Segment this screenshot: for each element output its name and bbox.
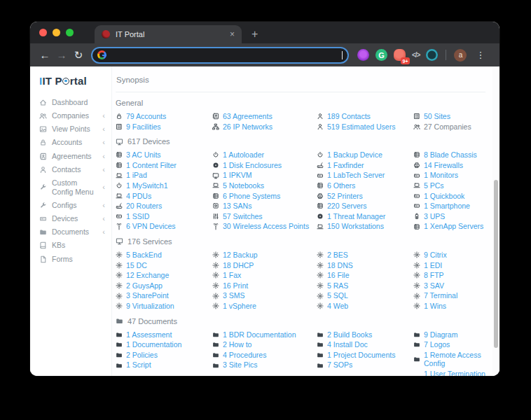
switches-link[interactable]: 57 Switches <box>223 212 263 221</box>
facilities-link[interactable]: 9 Facilities <box>126 122 161 132</box>
sidebar-item-companies[interactable]: Companies‹ <box>30 109 111 122</box>
sidebar-item-view-points[interactable]: View Points‹ <box>30 122 111 136</box>
servers-link[interactable]: 220 Servers <box>327 202 367 211</box>
ftp-link[interactable]: 8 FTP <box>424 271 444 280</box>
sql-link[interactable]: 5 SQL <box>327 291 348 300</box>
dc-link[interactable]: 15 DC <box>126 261 147 270</box>
sans-link[interactable]: 13 SANs <box>223 202 251 211</box>
monitors-link[interactable]: 1 Monitors <box>424 171 458 180</box>
install-doc-link[interactable]: 4 Install Doc <box>327 340 368 349</box>
vsphere-link[interactable]: 1 vSphere <box>223 302 256 311</box>
sidebar-item-documents[interactable]: Documents‹ <box>30 225 111 239</box>
others-link[interactable]: 6 Others <box>327 181 355 190</box>
sms-link[interactable]: 3 SMS <box>223 291 245 300</box>
user-termination-guide-link[interactable]: 1 User Termination Guide <box>424 370 485 376</box>
printers-link[interactable]: 52 Printers <box>327 192 363 201</box>
project-documents-link[interactable]: 1 Project Documents <box>327 351 395 360</box>
close-window-button[interactable] <box>39 29 47 36</box>
smartphone-link[interactable]: 1 Smartphone <box>424 202 470 211</box>
tab-close-icon[interactable]: × <box>230 30 235 38</box>
sidebar-item-dashboard[interactable]: Dashboard <box>30 96 111 109</box>
exchange-link[interactable]: 12 Exchange <box>126 271 169 280</box>
file-link[interactable]: 16 File <box>327 271 350 280</box>
sidebar-item-accounts[interactable]: Accounts‹ <box>30 136 111 149</box>
it-portal-logo[interactable]: IIT Prtal <box>30 70 111 96</box>
content-filter-link[interactable]: 1 Content Filter <box>126 161 177 170</box>
labtech-server-link[interactable]: 1 LabTech Server <box>327 171 385 180</box>
diagram-link[interactable]: 9 Diagram <box>424 330 457 340</box>
sites-link[interactable]: 50 Sites <box>424 112 450 121</box>
grammarly-extension-icon[interactable]: G <box>375 49 387 61</box>
pcs-link[interactable]: 5 PCs <box>424 181 444 190</box>
pdus-link[interactable]: 4 PDUs <box>126 192 151 201</box>
remote-access-config-link[interactable]: 1 Remote Access Config <box>424 351 485 368</box>
agreements-link[interactable]: 63 Agreements <box>223 112 273 121</box>
web-link[interactable]: 4 Web <box>327 302 348 311</box>
build-books-link[interactable]: 2 Build Books <box>327 330 372 340</box>
ipad-link[interactable]: 1 iPad <box>126 171 147 180</box>
page-scrollbar[interactable] <box>492 66 499 376</box>
backup-device-link[interactable]: 1 Backup Device <box>327 150 382 160</box>
bdr-documentation-link[interactable]: 1 BDR Documentation <box>223 330 296 340</box>
faxfinder-link[interactable]: 1 Faxfinder <box>327 161 364 170</box>
guysapp-link[interactable]: 2 GuysApp <box>126 281 163 290</box>
blade-chassis-link[interactable]: 8 Blade Chassis <box>424 150 477 160</box>
xenapp-servers-link[interactable]: 1 XenApp Servers <box>424 222 483 231</box>
address-bar[interactable] <box>91 47 349 64</box>
ssid-link[interactable]: 1 SSID <box>126 212 149 221</box>
adblock-extension-icon[interactable]: 9+ <box>394 49 406 61</box>
ups-link[interactable]: 3 UPS <box>424 212 445 221</box>
ip-networks-link[interactable]: 26 IP Networks <box>223 122 273 132</box>
ac-units-link[interactable]: 3 AC Units <box>126 150 161 160</box>
fax-link[interactable]: 1 Fax <box>223 271 241 280</box>
code-extension-icon[interactable]: </> <box>412 51 420 59</box>
contacts-link[interactable]: 189 Contacts <box>327 112 371 121</box>
estimated-users-link[interactable]: 519 Estimated Users <box>327 122 395 132</box>
edi-link[interactable]: 1 EDI <box>424 261 442 270</box>
backup-link[interactable]: 12 Backup <box>223 251 258 260</box>
wins-link[interactable]: 1 Wins <box>424 302 446 311</box>
sops-link[interactable]: 7 SOPs <box>327 360 352 370</box>
site-pics-link[interactable]: 3 Site Pics <box>223 360 258 370</box>
firewalls-link[interactable]: 14 Firewalls <box>424 161 463 170</box>
dhcp-link[interactable]: 18 DHCP <box>223 261 254 270</box>
vpn-devices-link[interactable]: 6 VPN Devices <box>126 222 176 231</box>
ras-link[interactable]: 5 RAS <box>327 281 348 290</box>
how-to-link[interactable]: 2 How to <box>223 340 251 349</box>
back-icon[interactable]: ← <box>36 50 53 60</box>
forward-icon[interactable]: → <box>53 50 70 60</box>
autoloader-link[interactable]: 1 Autoloader <box>223 150 264 160</box>
logos-link[interactable]: 7 Logos <box>424 340 450 349</box>
script-link[interactable]: 1 Script <box>126 360 151 370</box>
browser-tab[interactable]: IT Portal × <box>95 25 242 43</box>
sav-link[interactable]: 3 SAV <box>424 281 444 290</box>
sidebar-item-forms[interactable]: Forms <box>30 253 111 266</box>
accounts-link[interactable]: 79 Accounts <box>126 112 166 121</box>
maximize-window-button[interactable] <box>66 29 74 36</box>
myswitch1-link[interactable]: 1 MySwitch1 <box>126 181 168 190</box>
procedures-link[interactable]: 4 Procedures <box>223 351 266 360</box>
phone-systems-link[interactable]: 6 Phone Systems <box>223 192 280 201</box>
disk-enclosures-link[interactable]: 1 Disk Enclosures <box>223 161 282 170</box>
profile-avatar[interactable]: a <box>454 49 467 62</box>
dns-link[interactable]: 18 DNS <box>327 261 353 270</box>
print-link[interactable]: 16 Print <box>223 281 248 290</box>
sidebar-item-contacts[interactable]: Contacts‹ <box>30 163 111 176</box>
sidebar-item-configs[interactable]: Configs‹ <box>30 199 111 212</box>
assessment-link[interactable]: 1 Assessment <box>126 330 172 340</box>
sidebar-item-devices[interactable]: Devices‹ <box>30 212 111 225</box>
citrix-link[interactable]: 9 Citrix <box>424 251 447 260</box>
browser-menu-icon[interactable]: ⋮ <box>476 50 485 60</box>
sidebar-item-custom-config-menu[interactable]: Custom Config Menu‹ <box>30 176 111 199</box>
new-tab-button[interactable]: + <box>251 28 258 41</box>
reload-icon[interactable]: ↻ <box>70 50 87 60</box>
purple-extension-icon[interactable] <box>357 49 369 61</box>
address-bar-input[interactable] <box>110 51 343 59</box>
quickbook-link[interactable]: 1 Quickbook <box>424 192 464 201</box>
ipkvm-link[interactable]: 1 IPKVM <box>223 171 251 180</box>
scrollbar-thumb[interactable] <box>494 180 498 348</box>
sidebar-item-kbs[interactable]: KBs <box>30 239 111 252</box>
sidebar-item-agreements[interactable]: Agreements‹ <box>30 150 111 163</box>
teal-extension-icon[interactable] <box>426 49 438 61</box>
backend-link[interactable]: 5 BackEnd <box>126 251 162 260</box>
